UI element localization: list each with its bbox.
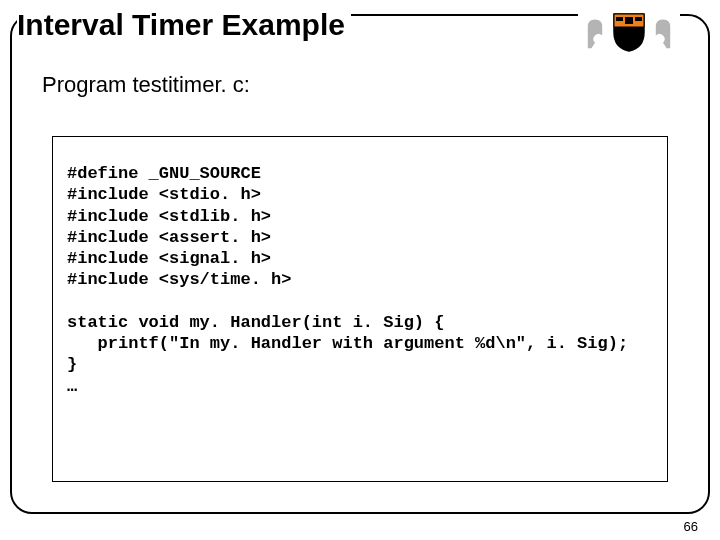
lion-right-icon [652, 14, 674, 50]
code-listing: #define _GNU_SOURCE #include <stdio. h> … [67, 163, 653, 397]
title-container: Interval Timer Example [17, 8, 351, 46]
program-filename: Program testitimer. c: [42, 72, 250, 98]
page-number: 66 [684, 519, 698, 534]
lion-left-icon [584, 14, 606, 50]
svg-rect-1 [616, 17, 623, 21]
code-box: #define _GNU_SOURCE #include <stdio. h> … [52, 136, 668, 482]
svg-rect-2 [635, 17, 642, 21]
logo-container [578, 12, 680, 52]
princeton-shield-icon [612, 12, 646, 52]
slide-title: Interval Timer Example [17, 8, 345, 42]
slide-frame: Interval Timer Example Program testitime… [10, 14, 710, 514]
svg-rect-0 [625, 17, 633, 24]
